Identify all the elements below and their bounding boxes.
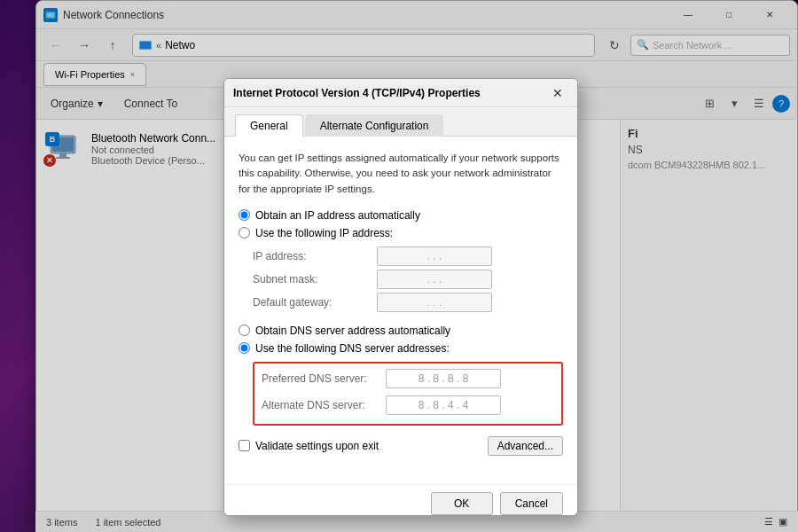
validate-label: Validate settings upon exit	[255, 440, 379, 452]
manual-ip-radio[interactable]	[239, 227, 250, 239]
manual-dns-radio[interactable]	[239, 342, 250, 354]
auto-ip-label: Obtain an IP address automatically	[255, 209, 420, 222]
dialog-close-button[interactable]: ✕	[547, 84, 568, 102]
default-gateway-label: Default gateway:	[253, 296, 377, 309]
dialog-tab-bar: General Alternate Configuration	[224, 107, 577, 137]
dns-address-group: Obtain DNS server address automatically …	[239, 325, 563, 355]
dialog-description: You can get IP settings assigned automat…	[239, 151, 563, 197]
tab-general[interactable]: General	[235, 114, 303, 137]
ip-address-input[interactable]	[377, 246, 492, 266]
preferred-dns-row: Preferred DNS server:	[262, 369, 554, 388]
dialog-body: You can get IP settings assigned automat…	[224, 137, 577, 477]
default-gateway-input[interactable]	[377, 293, 492, 312]
validate-row: Validate settings upon exit Advanced...	[239, 436, 563, 456]
auto-ip-radio[interactable]	[239, 209, 250, 221]
dns-highlight-box: Preferred DNS server: Alternate DNS serv…	[253, 362, 563, 426]
preferred-dns-label: Preferred DNS server:	[262, 372, 386, 385]
dialog-title: Internet Protocol Version 4 (TCP/IPv4) P…	[233, 87, 547, 99]
ip-fields-group: IP address: Subnet mask: Default gateway…	[253, 246, 563, 312]
ip-address-label: IP address:	[253, 250, 377, 262]
dialog-title-bar: Internet Protocol Version 4 (TCP/IPv4) P…	[224, 79, 577, 107]
auto-dns-row: Obtain DNS server address automatically	[239, 325, 563, 337]
manual-dns-row: Use the following DNS server addresses:	[239, 342, 563, 355]
manual-ip-row: Use the following IP address:	[239, 227, 563, 239]
default-gateway-row: Default gateway:	[253, 293, 563, 312]
tab-alternate-config[interactable]: Alternate Configuration	[305, 114, 444, 137]
auto-dns-label: Obtain DNS server address automatically	[255, 325, 450, 337]
auto-dns-radio[interactable]	[239, 325, 250, 336]
subnet-mask-input[interactable]	[377, 270, 492, 289]
subnet-mask-label: Subnet mask:	[253, 273, 377, 286]
ok-button[interactable]: OK	[431, 492, 493, 515]
auto-ip-row: Obtain an IP address automatically	[239, 209, 563, 222]
alternate-dns-row: Alternate DNS server:	[262, 395, 554, 415]
alternate-dns-label: Alternate DNS server:	[262, 399, 386, 411]
validate-checkbox[interactable]	[239, 440, 250, 451]
preferred-dns-input[interactable]	[386, 369, 501, 388]
subnet-mask-row: Subnet mask:	[253, 270, 563, 289]
manual-dns-label: Use the following DNS server addresses:	[255, 342, 450, 355]
advanced-button[interactable]: Advanced...	[488, 436, 563, 456]
dialog-footer: OK Cancel	[224, 484, 577, 515]
tcpip-properties-dialog: Internet Protocol Version 4 (TCP/IPv4) P…	[223, 78, 578, 516]
alternate-dns-input[interactable]	[386, 395, 501, 415]
ip-address-row: IP address:	[253, 246, 563, 266]
ip-address-group: Obtain an IP address automatically Use t…	[239, 209, 563, 239]
manual-ip-label: Use the following IP address:	[255, 227, 393, 239]
cancel-button[interactable]: Cancel	[500, 492, 563, 515]
